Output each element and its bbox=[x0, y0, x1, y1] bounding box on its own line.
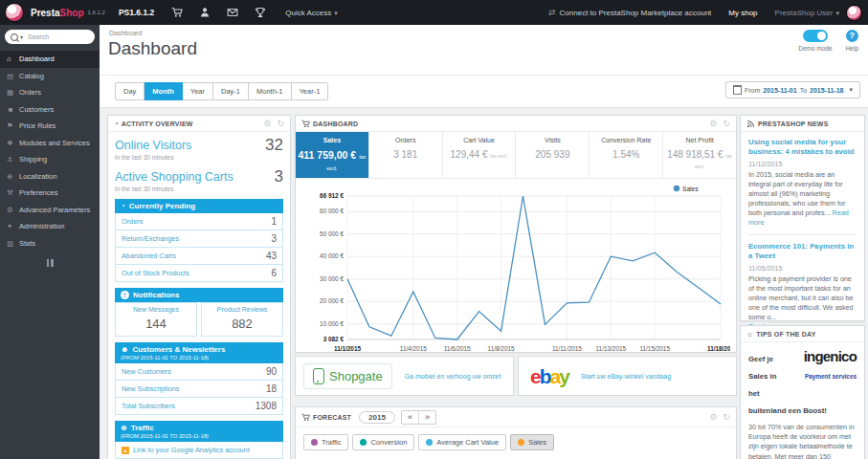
svg-text:Sales: Sales bbox=[682, 186, 699, 192]
gear-icon[interactable]: ⚙ bbox=[263, 117, 271, 130]
shopgate-banner: Shopgate Ga mobiel en verhoog uw omzet bbox=[295, 356, 514, 396]
orders-icon: ▦ bbox=[7, 88, 19, 97]
gear-icon[interactable]: ⚙ bbox=[709, 410, 717, 424]
sidebar-item-localization[interactable]: ⊕Localization bbox=[0, 168, 100, 186]
google-analytics-link[interactable]: Link to your Google Analytics account bbox=[133, 446, 250, 454]
prestashop-news-panel: PRESTASHOP NEWS Using social media for y… bbox=[740, 115, 865, 321]
administration-icon: ✦ bbox=[7, 222, 19, 230]
range-month-button[interactable]: Month bbox=[145, 82, 183, 100]
forecast-traffic-toggle[interactable]: Traffic bbox=[303, 434, 348, 450]
messages-icon[interactable] bbox=[227, 7, 238, 18]
kpi-tab-cart-value[interactable]: Cart Value129,44 € tax excl. bbox=[443, 132, 517, 178]
help-label: Help bbox=[846, 45, 858, 52]
sidebar-item-preferences[interactable]: ⚒Preferences bbox=[0, 185, 100, 202]
range-year-button[interactable]: Year bbox=[183, 82, 213, 100]
sales-dot-icon bbox=[518, 439, 524, 446]
svg-text:11/6/2015: 11/6/2015 bbox=[444, 345, 471, 352]
gear-icon[interactable]: ⚙ bbox=[709, 117, 717, 130]
price-rules-icon: ⚑ bbox=[7, 121, 19, 130]
article-date: 11/12/2015 bbox=[748, 160, 857, 168]
refresh-icon[interactable]: ↻ bbox=[277, 117, 284, 130]
active-shopping-carts: 3 Active Shopping Carts in the last 30 m… bbox=[115, 167, 283, 192]
trophy-icon[interactable] bbox=[255, 7, 266, 18]
out-of-stock-row: Out of Stock Products6 bbox=[115, 265, 283, 282]
article-teaser: In 2015, social media are an integral pa… bbox=[748, 170, 857, 228]
active-carts-link[interactable]: Active Shopping Carts bbox=[115, 170, 234, 184]
customers-icon: ☻ bbox=[7, 105, 19, 114]
sidebar-item-dashboard[interactable]: ⌂Dashboard bbox=[0, 51, 100, 68]
user-menu[interactable]: PrestaShop User▾ bbox=[775, 9, 839, 17]
sidebar-search[interactable]: ▾ bbox=[5, 30, 95, 44]
refresh-icon[interactable]: ↻ bbox=[723, 117, 730, 130]
svg-text:11/18/201: 11/18/201 bbox=[707, 345, 730, 352]
active-carts-value: 3 bbox=[275, 167, 283, 186]
avatar[interactable] bbox=[846, 5, 862, 21]
article-title-link[interactable]: Ecommerce 101: Payments in a Tweet bbox=[748, 242, 857, 261]
sidebar-item-orders[interactable]: ▦Orders bbox=[0, 84, 100, 101]
search-input[interactable] bbox=[26, 33, 87, 41]
news-article: Ecommerce 101: Payments in a Tweet 11/05… bbox=[748, 242, 857, 332]
kpi-tab-sales[interactable]: Sales411 759,00 € tax excl. bbox=[296, 132, 369, 178]
range-day-1-button[interactable]: Day-1 bbox=[213, 82, 249, 100]
abandoned-carts-row: Abandoned Carts43 bbox=[115, 248, 283, 265]
kpi-tab-net-profit[interactable]: Net Profit148 918,51 € tax excl. bbox=[663, 132, 736, 178]
date-range-picker[interactable]: From2015-11-01 To2015-11-18 ▾ bbox=[725, 81, 860, 98]
refresh-icon[interactable]: ↻ bbox=[723, 410, 730, 424]
forecast-sales-toggle[interactable]: Sales bbox=[510, 434, 554, 450]
stats-icon: ▥ bbox=[7, 239, 19, 248]
shop-code-label: PS1.6.1.2 bbox=[119, 8, 154, 17]
forecast-avg-cart-toggle[interactable]: Average Cart Value bbox=[418, 434, 506, 450]
sidebar-item-modules[interactable]: ❖Modules and Services bbox=[0, 135, 100, 152]
dashboard-icon: ⌂ bbox=[7, 55, 19, 63]
customer-icon[interactable] bbox=[199, 7, 211, 18]
shopgate-logo: Shopgate bbox=[303, 363, 392, 389]
advanced-parameters-icon: ⚙ bbox=[7, 206, 19, 214]
sidebar-item-catalog[interactable]: ▤Catalog bbox=[0, 68, 100, 85]
cart-icon bbox=[301, 120, 310, 128]
range-day-button[interactable]: Day bbox=[115, 82, 145, 100]
activity-overview-panel: ◔ ACTIVITY OVERVIEW ⚙↻ 32 Online Visitor… bbox=[107, 115, 291, 459]
kpi-tab-conversion-rate[interactable]: Conversion Rate1.54% bbox=[590, 132, 663, 178]
cart-icon[interactable] bbox=[171, 7, 183, 18]
svg-text:3 082 €: 3 082 € bbox=[323, 336, 345, 342]
kpi-tab-visits[interactable]: Visits205 939 bbox=[516, 132, 590, 178]
range-year-1-button[interactable]: Year-1 bbox=[292, 82, 329, 100]
help-icon[interactable]: ? bbox=[846, 30, 858, 42]
page-title: Dashboard bbox=[100, 36, 868, 59]
svg-text:11/8/2015: 11/8/2015 bbox=[488, 345, 515, 352]
customers-newsletters-header: ☻Customers & Newsletters (FROM 2015-11-0… bbox=[115, 342, 283, 363]
forecast-conversion-toggle[interactable]: Conversion bbox=[352, 434, 414, 450]
kpi-tabs: Sales411 759,00 € tax excl. Orders3 181 … bbox=[296, 132, 736, 179]
sidebar-collapse-button[interactable] bbox=[44, 259, 56, 267]
chevron-down-icon: ▾ bbox=[334, 10, 338, 16]
quick-access-menu[interactable]: Quick Access▾ bbox=[285, 9, 338, 17]
new-subscriptions-row: New Subscriptions18 bbox=[115, 381, 283, 398]
shopgate-link[interactable]: Ga mobiel en verhoog uw omzet bbox=[405, 373, 501, 380]
online-visitors-link[interactable]: Online Visitors bbox=[115, 139, 191, 152]
sidebar-item-customers[interactable]: ☻Customers bbox=[0, 101, 100, 119]
topbar-notification-icons bbox=[171, 7, 266, 18]
kpi-tab-orders[interactable]: Orders3 181 bbox=[369, 132, 443, 178]
ebay-link[interactable]: Start uw eBay-winkel vandaag bbox=[581, 373, 671, 380]
marketplace-link[interactable]: Connect to PrestaShop Marketplace accoun… bbox=[560, 9, 712, 17]
svg-text:66 912 €: 66 912 € bbox=[320, 192, 344, 199]
search-scope-caret-icon[interactable]: ▾ bbox=[20, 33, 23, 40]
my-shop-link[interactable]: My shop bbox=[728, 9, 757, 17]
sidebar-item-shipping[interactable]: ⚓Shipping bbox=[0, 151, 100, 168]
online-visitors: 32 Online Visitors in the last 30 minute… bbox=[115, 136, 283, 161]
topbar-right: ⇄ Connect to PrestaShop Marketplace acco… bbox=[548, 5, 868, 21]
sidebar-item-administration[interactable]: ✦Administration bbox=[0, 218, 100, 235]
next-year-button[interactable]: » bbox=[418, 411, 435, 424]
sidebar-item-price-rules[interactable]: ⚑Price Rules bbox=[0, 118, 100, 135]
demo-mode-toggle[interactable] bbox=[803, 30, 828, 42]
new-messages-cell: New Messages144 bbox=[115, 302, 197, 337]
breadcrumb[interactable]: Dashboard bbox=[100, 25, 868, 36]
svg-text:11/1/2015: 11/1/2015 bbox=[334, 345, 362, 352]
localization-icon: ⊕ bbox=[7, 172, 19, 181]
article-title-link[interactable]: Using social media for your business: 4 … bbox=[748, 138, 857, 157]
previous-year-button[interactable]: « bbox=[402, 411, 418, 424]
calendar-icon bbox=[733, 85, 742, 95]
sidebar-item-stats[interactable]: ▥Stats bbox=[0, 235, 100, 252]
range-month-1-button[interactable]: Month-1 bbox=[249, 82, 292, 100]
sidebar-item-advanced-parameters[interactable]: ⚙Advanced Parameters bbox=[0, 202, 100, 219]
